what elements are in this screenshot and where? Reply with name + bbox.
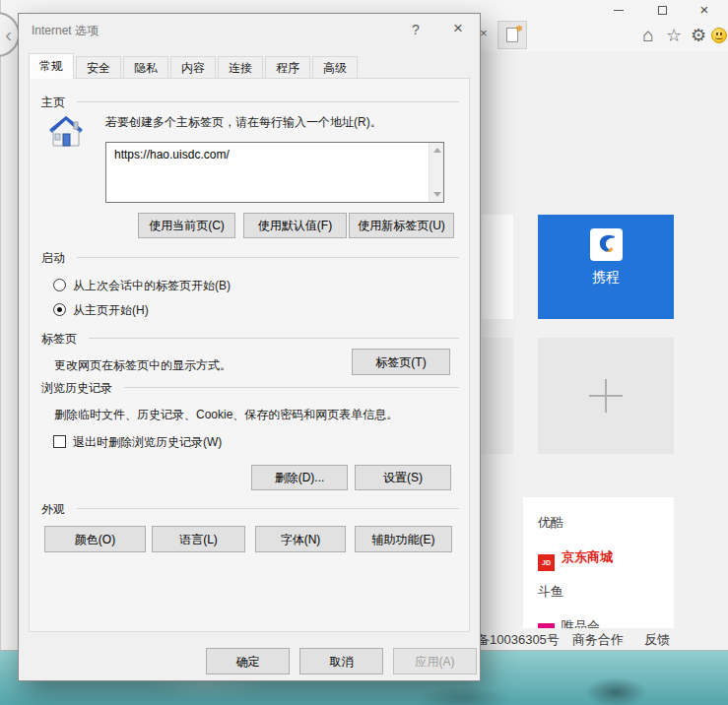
languages-button[interactable]: 语言(L) — [152, 526, 245, 552]
use-current-button[interactable]: 使用当前页(C) — [138, 213, 235, 238]
tab-close-icon[interactable]: × — [480, 26, 488, 40]
vip-favicon: V — [538, 623, 555, 628]
checkbox-delete-on-exit-label[interactable]: 退出时删除浏览历史记录(W) — [73, 434, 222, 451]
link-label: 唯品会 — [562, 618, 600, 628]
jd-favicon: JD — [538, 554, 555, 571]
new-tab-sparkle-icon: ✱ — [515, 24, 523, 33]
fonts-button[interactable]: 字体(N) — [255, 526, 346, 552]
section-startup-label: 启动 — [41, 250, 65, 267]
tabs-button[interactable]: 标签页(T) — [352, 349, 450, 375]
radio-start-with-home[interactable] — [53, 303, 66, 316]
link-vip[interactable]: V唯品会 — [538, 617, 600, 628]
divider — [124, 387, 459, 388]
window-close-button[interactable]: × — [685, 0, 724, 22]
back-chevron-icon: ‹ — [5, 24, 12, 45]
partial-tile[interactable] — [482, 215, 513, 319]
link-douyu[interactable]: 斗鱼 — [538, 583, 563, 603]
scroll-down-icon — [433, 192, 441, 197]
section-tabs-label: 标签页 — [41, 331, 77, 348]
tab-general[interactable]: 常规 — [29, 53, 74, 79]
tabs-description: 更改网页在标签页中的显示方式。 — [54, 357, 232, 374]
apply-button: 应用(A) — [393, 648, 477, 674]
tab-advanced[interactable]: 高级 — [312, 56, 358, 79]
homepage-url-input[interactable]: https://hao.uisdc.com/ — [106, 143, 429, 202]
radio-start-with-tabs-label[interactable]: 从上次会话中的标签页开始(B) — [73, 278, 231, 294]
divider — [77, 257, 459, 258]
tab-privacy[interactable]: 隐私 — [123, 56, 168, 79]
partial-tile[interactable] — [482, 338, 513, 454]
ctrip-dolphin-icon — [590, 228, 623, 261]
use-default-button[interactable]: 使用默认值(F) — [243, 213, 347, 238]
section-history-label: 浏览历史记录 — [41, 380, 112, 397]
close-icon: × — [700, 1, 709, 18]
internet-options-dialog: Internet 选项 ? × 常规 安全 隐私 内容 连接 程序 高级 主页 — [18, 13, 481, 681]
tab-programs[interactable]: 程序 — [265, 56, 310, 79]
delete-history-button[interactable]: 删除(D)... — [251, 465, 348, 490]
section-homepage-label: 主页 — [41, 95, 65, 111]
tab-security[interactable]: 安全 — [76, 56, 121, 79]
footer-feedback[interactable]: 反馈 — [644, 631, 670, 649]
footer-business[interactable]: 商务合作 — [572, 631, 624, 649]
minimize-icon — [614, 10, 624, 11]
feedback-smiley-icon[interactable] — [711, 28, 727, 43]
home-house-icon — [46, 112, 86, 155]
link-label: 优酷 — [538, 515, 563, 530]
section-appearance-label: 外观 — [41, 501, 65, 518]
tab-panel-general: 主页 若要创建多个主标签页，请在每行输入一个地址(R)。 https://hao… — [29, 78, 470, 632]
radio-start-with-tabs[interactable] — [53, 279, 66, 291]
tile-add[interactable] — [538, 338, 674, 454]
link-label: 京东商城 — [562, 549, 613, 564]
history-description: 删除临时文件、历史记录、Cookie、保存的密码和网页表单信息。 — [54, 407, 398, 423]
colors-button[interactable]: 颜色(O) — [44, 526, 146, 552]
plus-icon — [589, 379, 623, 413]
home-icon[interactable]: ⌂ — [636, 24, 660, 47]
checkbox-delete-on-exit[interactable] — [53, 435, 66, 448]
radio-start-with-home-label[interactable]: 从主页开始(H) — [73, 302, 149, 319]
tab-connections[interactable]: 连接 — [218, 56, 263, 79]
dialog-title: Internet 选项 — [32, 23, 99, 39]
tile-ctrip[interactable]: 携程 — [538, 215, 674, 319]
scroll-up-icon — [433, 148, 441, 153]
link-label: 斗鱼 — [538, 584, 563, 599]
divider — [89, 338, 459, 339]
help-icon[interactable]: ? — [401, 19, 430, 40]
new-tab-button[interactable]: ✱ — [497, 21, 527, 49]
maximize-icon — [658, 6, 667, 15]
dialog-tabs: 常规 安全 隐私 内容 连接 程序 高级 — [29, 53, 360, 79]
homepage-instruction: 若要创建多个主标签页，请在每行输入一个地址(R)。 — [105, 114, 382, 131]
footer-icp[interactable]: 备10036305号 — [477, 631, 560, 649]
settings-gear-icon[interactable]: ⚙ — [687, 24, 710, 47]
link-youku[interactable]: 优酷 — [538, 514, 563, 534]
divider — [77, 101, 459, 102]
dialog-close-icon[interactable]: × — [442, 17, 474, 40]
history-settings-button[interactable]: 设置(S) — [355, 465, 451, 490]
tile-ctrip-label: 携程 — [538, 269, 674, 287]
link-jd[interactable]: JD京东商城 — [538, 548, 613, 568]
accessibility-button[interactable]: 辅助功能(E) — [355, 526, 452, 552]
screen: × × ✱ ⌂ ☆ ⚙ ‹ 携程 — [0, 0, 728, 705]
favorites-star-icon[interactable]: ☆ — [662, 24, 686, 47]
textarea-scrollbar[interactable] — [429, 143, 443, 202]
tab-content[interactable]: 内容 — [170, 56, 216, 79]
window-maximize-button[interactable] — [640, 0, 685, 22]
divider — [77, 508, 459, 509]
use-newtab-button[interactable]: 使用新标签页(U) — [349, 213, 454, 238]
cancel-button[interactable]: 取消 — [299, 648, 383, 674]
link-panel: 优酷 JD京东商城 斗鱼 V唯品会 — [523, 497, 674, 628]
homepage-url-box: https://hao.uisdc.com/ — [105, 142, 444, 203]
ok-button[interactable]: 确定 — [206, 648, 290, 674]
window-minimize-button[interactable] — [596, 0, 640, 22]
